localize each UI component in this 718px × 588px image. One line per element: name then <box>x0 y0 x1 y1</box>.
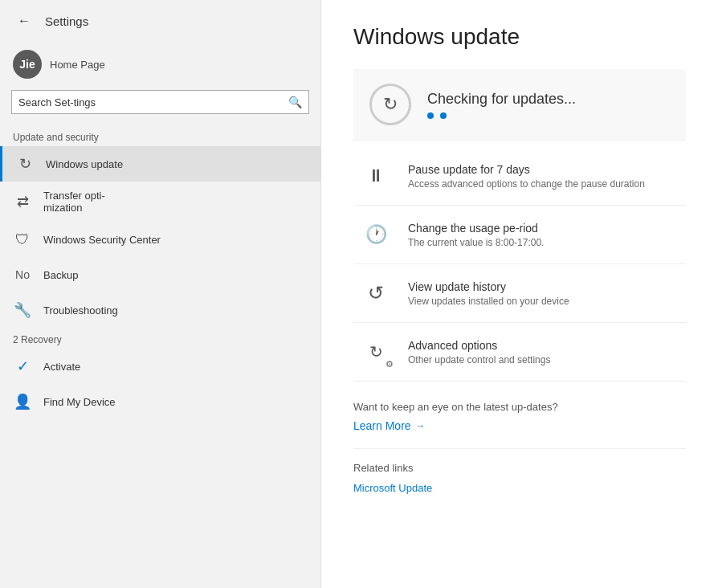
nav-label-activate: Activate <box>43 361 80 373</box>
pause-update-option[interactable]: ⏸ Pause update for 7 days Access advance… <box>353 147 686 206</box>
learn-more-section: Want to keep an eye on the latest up-dat… <box>353 382 686 442</box>
advanced-options-text: Advanced options Other update control an… <box>408 339 550 365</box>
sidebar-item-windows-update[interactable]: ↻ Windows update <box>0 146 320 182</box>
shield-icon: 🛡 <box>13 230 32 249</box>
wrench-icon: 🔧 <box>13 300 32 320</box>
sidebar-item-transfer-optimization[interactable]: ⇄ Transfer opti-mization <box>0 182 320 222</box>
search-box[interactable]: 🔍 <box>11 90 309 114</box>
change-usage-text: Change the usage pe-riod The current val… <box>408 222 544 248</box>
search-icon[interactable]: 🔍 <box>288 96 302 108</box>
nav-label-backup: Backup <box>43 269 78 281</box>
section-recovery: 2 Recovery <box>0 328 320 349</box>
sync-icon: ↻ <box>15 154 35 174</box>
learn-more-link[interactable]: Learn More → <box>353 419 686 432</box>
view-history-title: View update history <box>408 280 569 293</box>
related-links-title: Related links <box>353 462 686 474</box>
person-icon: 👤 <box>13 392 32 411</box>
sidebar-header: ← Settings <box>0 0 320 42</box>
nav-label-find-device: Find My Device <box>43 396 116 408</box>
sidebar-item-windows-security[interactable]: 🛡 Windows Security Center <box>0 222 320 257</box>
dot-1 <box>427 112 434 119</box>
nav-label-security: Windows Security Center <box>43 234 161 246</box>
change-usage-option[interactable]: 🕐 Change the usage pe-riod The current v… <box>353 206 686 264</box>
transfer-icon: ⇄ <box>13 192 32 211</box>
user-row: Jie Home Page <box>0 42 320 85</box>
check-icon: ✓ <box>13 357 32 376</box>
advanced-options-title: Advanced options <box>408 339 550 352</box>
learn-more-text-label: Learn More <box>353 419 411 432</box>
link-arrow-icon: → <box>416 420 426 431</box>
section-update-security: Update and security <box>0 125 320 146</box>
learn-more-prompt: Want to keep an eye on the latest up-dat… <box>353 401 686 413</box>
sidebar-nav: Update and security ↻ Windows update ⇄ T… <box>0 125 320 588</box>
sidebar-item-find-device[interactable]: 👤 Find My Device <box>0 384 320 419</box>
checking-text: Checking for updates... <box>427 91 576 108</box>
pause-update-title: Pause update for 7 days <box>408 163 645 176</box>
dot-2 <box>440 112 447 119</box>
main-content: Windows update ↻ Checking for updates...… <box>321 0 718 588</box>
progress-dots <box>427 112 576 119</box>
history-icon: ↺ <box>360 277 392 309</box>
related-link-microsoft-update[interactable]: Microsoft Update <box>353 480 686 496</box>
page-title: Windows update <box>353 24 686 50</box>
sidebar-item-activate[interactable]: ✓ Activate <box>0 349 320 384</box>
settings-title: Settings <box>45 14 88 28</box>
advanced-options-icon: ↻ ⚙ <box>360 336 392 368</box>
nav-label-troubleshooting: Troubleshooting <box>43 304 118 316</box>
pause-update-desc: Access advanced options to change the pa… <box>408 178 645 190</box>
view-history-text: View update history View updates install… <box>408 280 569 307</box>
pause-icon: ⏸ <box>360 160 392 192</box>
checking-info: Checking for updates... <box>427 91 576 119</box>
nav-label-windows-update: Windows update <box>46 158 123 170</box>
view-history-desc: View updates installed on your device <box>408 296 569 307</box>
sidebar-item-troubleshooting[interactable]: 🔧 Troubleshooting <box>0 292 320 328</box>
clock-icon: 🕐 <box>360 218 392 251</box>
view-history-option[interactable]: ↺ View update history View updates insta… <box>353 264 686 323</box>
backup-icon: No <box>13 265 32 284</box>
sidebar: ← Settings Jie Home Page 🔍 Update and se… <box>0 0 321 588</box>
advanced-options-option[interactable]: ↻ ⚙ Advanced options Other update contro… <box>353 323 686 382</box>
search-input[interactable] <box>18 96 284 108</box>
back-button[interactable]: ← <box>13 10 35 32</box>
change-usage-desc: The current value is 8:00-17:00. <box>408 237 544 248</box>
checking-icon: ↻ <box>369 84 411 125</box>
related-links-section: Related links Microsoft Update <box>353 448 686 496</box>
advanced-options-desc: Other update control and settings <box>408 354 550 365</box>
home-page-label: Home Page <box>50 59 105 71</box>
pause-update-text: Pause update for 7 days Access advanced … <box>408 163 645 190</box>
sidebar-item-backup[interactable]: No Backup <box>0 257 320 292</box>
avatar: Jie <box>13 50 42 79</box>
update-status-card: ↻ Checking for updates... <box>353 69 686 141</box>
nav-label-transfer: Transfer opti-mization <box>43 190 105 214</box>
change-usage-title: Change the usage pe-riod <box>408 222 544 235</box>
